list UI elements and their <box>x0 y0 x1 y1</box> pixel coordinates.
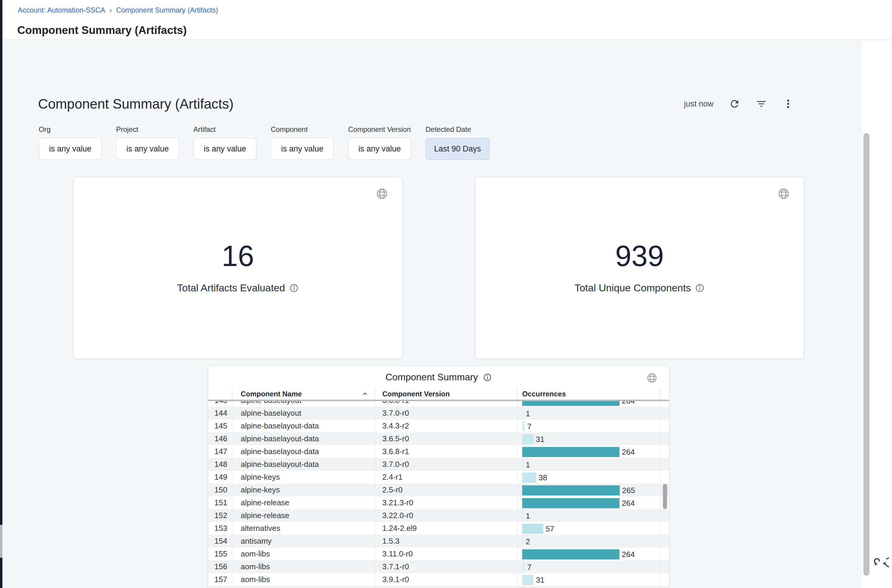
column-header-component-name[interactable]: Component Name <box>232 388 375 400</box>
occurrence-bar <box>522 409 523 418</box>
component-version-cell: 3.22.0-r0 <box>375 509 517 522</box>
occurrence-bar <box>522 434 534 444</box>
row-index: 147 <box>208 445 232 458</box>
page-scrollbar-thumb[interactable] <box>864 133 870 576</box>
globe-icon[interactable] <box>376 188 388 200</box>
filter-component: Component is any value <box>271 125 334 160</box>
component-version-cell: 3.7.0-r0 <box>375 407 517 420</box>
breadcrumb-chevron-icon: › <box>109 6 112 14</box>
component-version-cell: 2.5-r0 <box>375 483 517 496</box>
left-nav-scrollbar-thumb[interactable] <box>0 525 2 558</box>
table-row: 151 alpine-release 3.21.3-r0 264 <box>208 496 669 509</box>
occurrence-bar <box>522 511 523 521</box>
filter-artifact-button[interactable]: is any value <box>193 138 256 160</box>
component-version-cell: 3.11.0-r0 <box>375 548 517 560</box>
column-header-component-version[interactable]: Component Version <box>375 388 517 400</box>
chat-support-icon[interactable] <box>873 552 889 568</box>
table-row: 143 alpine-baselayout 3.6.8-r1 264 <box>208 401 669 407</box>
tile-label-text: Total Unique Components <box>574 282 691 294</box>
total-unique-components-value: 939 <box>475 239 804 273</box>
top-header: Account: Automation-SSCA › Component Sum… <box>2 0 892 40</box>
info-icon[interactable] <box>483 373 492 382</box>
table-row: 145 alpine-baselayout-data 3.4.3-r2 7 <box>208 420 669 432</box>
globe-icon[interactable] <box>777 188 790 200</box>
refresh-icon[interactable] <box>729 98 740 110</box>
filter-label: Component Version <box>348 125 411 134</box>
occurrence-bar <box>522 422 525 432</box>
component-name-cell: alpine-baselayout-data <box>232 420 375 432</box>
occurrences-cell: 7 <box>517 420 661 432</box>
filter-label: Artifact <box>193 125 256 134</box>
component-name-cell: alpine-baselayout-data <box>232 458 375 471</box>
dashboard-controls: just now <box>684 98 841 110</box>
table-row: 155 aom-libs 3.11.0-r0 264 <box>208 548 669 560</box>
row-scroll-gutter <box>661 535 669 548</box>
occurrence-value: 7 <box>527 563 531 571</box>
filter-component-version-button[interactable]: is any value <box>348 138 411 160</box>
occurrences-cell: 1 <box>517 407 661 420</box>
column-header-occurrences[interactable]: Occurrences <box>517 388 661 400</box>
component-summary-table-panel: Component Summary Component Name Compone… <box>208 366 669 588</box>
table-row: 149 alpine-keys 2.4-r1 38 <box>208 471 669 483</box>
component-version-cell: 1.24-2.el9 <box>375 522 517 535</box>
filter-icon[interactable] <box>756 98 767 110</box>
table-row: 150 alpine-keys 2.5-r0 265 <box>208 483 669 496</box>
info-icon[interactable] <box>289 283 299 293</box>
row-scroll-gutter <box>661 509 669 522</box>
occurrence-value: 264 <box>622 448 635 456</box>
filter-component-button[interactable]: is any value <box>271 138 334 160</box>
filter-org-button[interactable]: is any value <box>39 138 102 160</box>
component-version-cell: 3.7.0-r0 <box>375 458 517 471</box>
row-index: 144 <box>208 407 232 420</box>
component-name-cell: aom-libs <box>232 573 375 586</box>
component-name-cell: alpine-baselayout <box>232 407 375 420</box>
component-version-cell: 3.4.3-r2 <box>375 420 517 432</box>
occurrence-bar <box>522 498 619 508</box>
filter-detected-date-button[interactable]: Last 90 Days <box>426 138 490 160</box>
occurrence-value: 264 <box>622 500 635 507</box>
table-row: 147 alpine-baselayout-data 3.6.8-r1 264 <box>208 445 669 458</box>
tile-total-artifacts: 16 Total Artifacts Evaluated <box>74 177 402 358</box>
column-header-label: Occurrences <box>522 390 566 398</box>
row-index: 148 <box>208 458 232 471</box>
breadcrumb-account-link[interactable]: Account: Automation-SSCA <box>18 6 105 14</box>
occurrence-bar <box>522 447 619 457</box>
column-header-label: Component Name <box>241 390 302 398</box>
table-title-row: Component Summary <box>208 372 669 382</box>
table-scrollbar-thumb[interactable] <box>663 484 667 509</box>
filter-project-button[interactable]: is any value <box>116 138 179 160</box>
table-row: 146 alpine-baselayout-data 3.6.5-r0 31 <box>208 432 669 445</box>
sort-ascending-icon <box>362 391 368 397</box>
occurrence-bar <box>522 401 619 406</box>
row-number-header <box>208 388 232 400</box>
occurrence-value: 31 <box>536 435 544 443</box>
breadcrumb-page-link[interactable]: Component Summary (Artifacts) <box>116 6 218 14</box>
occurrence-bar <box>522 524 543 534</box>
occurrences-cell: 1 <box>517 458 661 471</box>
component-version-cell: 2.4-r1 <box>375 471 517 483</box>
row-index: 156 <box>208 560 232 573</box>
table-row: 148 alpine-baselayout-data 3.7.0-r0 1 <box>208 458 669 471</box>
row-index: 151 <box>208 496 232 509</box>
row-scroll-gutter <box>661 420 669 432</box>
kebab-menu-icon[interactable] <box>783 98 794 110</box>
info-icon[interactable] <box>695 283 705 293</box>
occurrences-cell: 57 <box>517 522 661 535</box>
component-name-cell: aom-libs <box>232 560 375 573</box>
globe-icon[interactable] <box>646 372 658 384</box>
dashboard-title: Component Summary (Artifacts) <box>38 96 234 112</box>
occurrences-cell: 264 <box>517 401 661 407</box>
occurrence-bar <box>522 575 534 585</box>
component-name-cell: alpine-release <box>232 509 375 522</box>
occurrence-bar <box>522 472 536 483</box>
component-version-cell: 3.7.1-r0 <box>375 560 517 573</box>
component-version-cell: 3.6.5-r0 <box>375 432 517 445</box>
row-index: 150 <box>208 483 232 496</box>
row-scroll-gutter <box>661 522 669 535</box>
occurrence-bar <box>522 562 525 572</box>
table-row: 153 alternatives 1.24-2.el9 57 <box>208 522 669 535</box>
row-scroll-gutter <box>661 445 669 458</box>
occurrence-bar <box>522 485 620 495</box>
component-name-cell: alpine-baselayout-data <box>232 432 375 445</box>
occurrence-value: 2 <box>526 538 530 546</box>
